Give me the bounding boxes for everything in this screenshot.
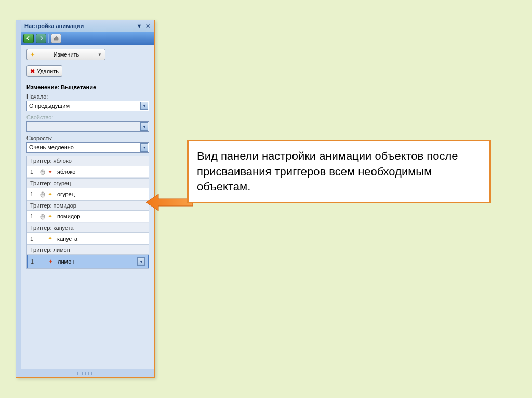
star-icon: ✦	[48, 213, 55, 220]
section-header: Изменение: Выцветание	[26, 84, 149, 90]
delete-button[interactable]: ✖ Удалить	[26, 65, 62, 77]
trigger-item[interactable]: 1✦лимон▾	[27, 255, 149, 268]
trigger-num: 1	[30, 169, 37, 175]
nav-separator	[48, 34, 49, 43]
panel-title: Настройка анимации	[24, 23, 135, 29]
chevron-down-icon: ▼	[98, 52, 102, 57]
arrow-left-icon	[26, 36, 31, 41]
trigger-num: 1	[30, 236, 37, 242]
trigger-num: 1	[31, 258, 38, 265]
grip-icon	[77, 372, 93, 375]
nav-home-button[interactable]	[51, 34, 61, 43]
start-value: С предыдущим	[29, 103, 140, 109]
speed-select[interactable]: Очень медленно ▾	[26, 142, 149, 153]
trigger-header: Триггер: капуста	[27, 223, 149, 233]
start-label: Начало:	[26, 93, 149, 100]
trigger-header: Триггер: помидор	[27, 200, 149, 211]
chevron-down-icon: ▾	[140, 143, 148, 152]
trigger-header: Триггер: лимон	[27, 244, 149, 255]
trigger-header: Триггер: огурец	[27, 178, 149, 188]
panel-content: ✦ Изменить ▼ ✖ Удалить Изменение: Выцвет…	[21, 45, 154, 369]
chevron-down-icon: ▾	[140, 102, 148, 110]
delete-button-label: Удалить	[37, 68, 59, 74]
property-label: Свойство:	[26, 114, 149, 120]
panel-resize-grip[interactable]	[16, 369, 154, 377]
trigger-name: лимон	[58, 258, 135, 265]
mouse-icon	[39, 168, 46, 175]
chevron-down-icon: ▾	[140, 122, 148, 131]
callout-text: Вид панели настройки анимации объектов п…	[197, 149, 458, 193]
trigger-item[interactable]: 1✦помидор	[27, 211, 149, 223]
callout-box: Вид панели настройки анимации объектов п…	[187, 140, 491, 203]
panel-menu-button[interactable]: ▼	[136, 22, 143, 30]
mouse-icon	[39, 190, 46, 198]
star-icon: ✦	[48, 169, 55, 175]
trigger-num: 1	[30, 213, 37, 219]
star-icon: ✦	[30, 51, 35, 58]
change-button-label: Изменить	[37, 51, 96, 58]
trigger-item[interactable]: 1✦огурец	[27, 188, 149, 200]
arrow-right-icon	[38, 36, 44, 41]
trigger-group: Триггер: огурец1✦огурец	[27, 178, 149, 200]
mouse-icon	[39, 213, 46, 220]
chevron-down-icon[interactable]: ▾	[137, 257, 145, 266]
trigger-group: Триггер: капуста1✦капуста	[27, 223, 149, 244]
panel-titlebar: Настройка анимации ▼ ✕	[21, 20, 154, 32]
trigger-name: помидор	[57, 213, 145, 219]
star-icon: ✦	[48, 235, 55, 242]
panel-left-gutter	[16, 20, 21, 369]
trigger-name: яблоко	[57, 169, 145, 175]
trigger-header: Триггер: яблоко	[27, 156, 149, 166]
panel-close-button[interactable]: ✕	[144, 22, 151, 30]
panel-navbar	[21, 32, 154, 45]
trigger-group: Триггер: лимон1✦лимон▾	[27, 244, 149, 268]
change-button[interactable]: ✦ Изменить ▼	[26, 49, 105, 60]
star-icon: ✦	[48, 191, 55, 198]
delete-x-icon: ✖	[30, 68, 35, 75]
animation-panel: Настройка анимации ▼ ✕ ✦ Измени	[16, 20, 155, 378]
property-select: ▾	[26, 121, 149, 132]
speed-value: Очень медленно	[29, 144, 140, 150]
start-select[interactable]: С предыдущим ▾	[26, 101, 149, 111]
trigger-name: огурец	[57, 191, 145, 197]
speed-label: Скорость:	[26, 135, 149, 141]
nav-forward-button[interactable]	[36, 34, 46, 43]
nav-back-button[interactable]	[23, 34, 34, 43]
star-icon: ✦	[48, 258, 56, 265]
trigger-list: Триггер: яблоко1✦яблокоТриггер: огурец1✦…	[26, 156, 149, 269]
trigger-num: 1	[30, 191, 37, 197]
trigger-group: Триггер: помидор1✦помидор	[27, 200, 149, 223]
home-icon	[54, 36, 59, 41]
trigger-item[interactable]: 1✦капуста	[27, 233, 149, 244]
trigger-name: капуста	[57, 236, 145, 242]
trigger-group: Триггер: яблоко1✦яблоко	[27, 156, 149, 178]
trigger-item[interactable]: 1✦яблоко	[27, 166, 149, 178]
